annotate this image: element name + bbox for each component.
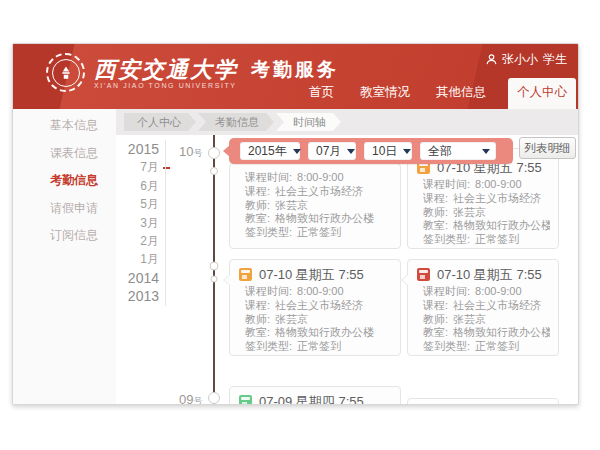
card-fields: 课程时间:8:00-9:00课程:社会主义市场经济教师:张芸京教室:格物致知行政… <box>230 164 400 244</box>
field-label: 教师: <box>423 313 448 325</box>
card-field-row: 课程时间:8:00-9:00 <box>423 178 550 192</box>
timeline-node <box>211 276 218 283</box>
field-value: 正常签到 <box>297 226 341 238</box>
field-value: 社会主义市场经济 <box>275 185 363 197</box>
nav-tab[interactable]: 个人中心 <box>508 78 576 109</box>
field-label: 课程: <box>245 299 270 311</box>
timeline-year[interactable]: 2013 <box>119 287 159 305</box>
attendance-card-partial[interactable] <box>407 398 559 405</box>
attendance-card[interactable]: 课程时间:8:00-9:00课程:社会主义市场经济教师:张芸京教室:格物致知行政… <box>229 163 401 249</box>
chevron-down-icon <box>403 149 411 154</box>
card-field-row: 教师:张芸京 <box>245 313 392 327</box>
breadcrumb-item[interactable]: 考勤信息 <box>198 113 274 131</box>
attendance-card[interactable]: 07-09 星期四 7:55 <box>229 386 401 405</box>
field-value: 正常签到 <box>475 340 519 352</box>
card-fields: 课程时间:8:00-9:00课程:社会主义市场经济教师:张芸京教室:格物致知行政… <box>230 283 400 358</box>
timeline-month[interactable]: 5月 <box>119 195 159 213</box>
sidebar-item[interactable]: 课表信息 <box>13 140 116 168</box>
calendar-icon <box>239 268 252 281</box>
day-marker: 10号 <box>179 142 202 160</box>
field-label: 课程时间: <box>423 285 470 297</box>
day-marker: 09号 <box>179 390 202 405</box>
pagoda-icon <box>58 65 74 81</box>
timeline-year[interactable]: 2014 <box>119 269 159 287</box>
sidebar-item[interactable]: 考勤信息 <box>13 167 116 195</box>
calendar-icon <box>239 395 252 405</box>
field-value: 格物致知行政办公楼 <box>453 219 550 231</box>
field-value: 社会主义市场经济 <box>453 299 541 311</box>
calendar-icon <box>417 268 430 281</box>
field-label: 课程时间: <box>245 171 292 183</box>
nav-tab[interactable]: 其他信息 <box>423 84 499 109</box>
timeline-node <box>210 262 219 271</box>
field-label: 签到类型: <box>245 340 292 352</box>
month-filter-dropdown[interactable]: 07月 <box>308 142 356 160</box>
card-field-row: 课程时间:8:00-9:00 <box>245 285 392 299</box>
date-nav-divider <box>165 140 166 306</box>
app-header: 西安交通大学 XI'AN JIAO TONG UNIVERSITY 考勤服务 张… <box>13 44 578 109</box>
sidebar-item[interactable]: 基本信息 <box>13 112 116 140</box>
breadcrumb-item[interactable]: 时间轴 <box>276 113 341 131</box>
sidebar-item[interactable]: 订阅信息 <box>13 222 116 250</box>
field-value: 8:00-9:00 <box>297 171 343 183</box>
card-field-row: 教师:张芸京 <box>423 206 550 220</box>
timeline-node <box>208 147 220 159</box>
field-value: 张芸京 <box>275 313 308 325</box>
card-field-row: 签到类型:正常签到 <box>245 340 392 354</box>
sidebar-item[interactable]: 请假申请 <box>13 195 116 223</box>
breadcrumb-item[interactable]: 个人中心 <box>124 113 196 131</box>
field-value: 格物致知行政办公楼 <box>275 212 374 224</box>
list-detail-button[interactable]: 列表明细 <box>519 137 576 159</box>
card-fields: 课程时间:8:00-9:00课程:社会主义市场经济教师:张芸京教室:格物致知行政… <box>408 176 558 251</box>
date-nav: 20157月6月5月3月2月1月20142013 <box>119 140 159 306</box>
year-filter-dropdown[interactable]: 2015年 <box>240 142 300 160</box>
field-value: 正常签到 <box>475 233 519 245</box>
nav-tab[interactable]: 首页 <box>296 84 347 109</box>
timeline-year[interactable]: 2015 <box>119 140 159 158</box>
field-value: 社会主义市场经济 <box>275 299 363 311</box>
field-label: 课程: <box>423 299 448 311</box>
card-field-row: 教师:张芸京 <box>245 199 392 213</box>
attendance-card[interactable]: 07-10 星期五 7:55 课程时间:8:00-9:00课程:社会主义市场经济… <box>407 259 559 356</box>
timeline-month[interactable]: 2月 <box>119 232 159 250</box>
type-filter-dropdown[interactable]: 全部 <box>420 142 496 160</box>
attendance-card[interactable]: 07-10 星期五 7:55 课程时间:8:00-9:00课程:社会主义市场经济… <box>229 259 401 356</box>
card-field-row: 签到类型:正常签到 <box>423 340 550 354</box>
university-name-cn: 西安交通大学 <box>94 57 238 81</box>
card-field-row: 课程:社会主义市场经济 <box>423 299 550 313</box>
timeline-month[interactable]: 7月 <box>119 158 159 176</box>
university-logo-icon <box>46 53 85 92</box>
timeline-month[interactable]: 1月 <box>119 250 159 268</box>
field-label: 教师: <box>245 313 270 325</box>
card-field-row: 课程时间:8:00-9:00 <box>423 285 550 299</box>
nav-tab[interactable]: 教室情况 <box>347 84 423 109</box>
timeline-node <box>208 392 220 404</box>
field-label: 签到类型: <box>245 226 292 238</box>
field-value: 8:00-9:00 <box>475 178 521 190</box>
breadcrumb: 个人中心考勤信息时间轴 <box>116 109 578 135</box>
field-value: 张芸京 <box>453 313 486 325</box>
field-label: 教室: <box>423 219 448 231</box>
chevron-down-icon <box>293 149 301 154</box>
field-label: 课程时间: <box>423 178 470 190</box>
user-name: 张小小 <box>502 51 538 68</box>
card-fields: 课程时间:8:00-9:00课程:社会主义市场经济教师:张芸京教室:格物致知行政… <box>408 283 558 358</box>
field-label: 课程: <box>245 185 270 197</box>
timeline-month[interactable]: 6月 <box>119 177 159 195</box>
sidebar: 基本信息课表信息考勤信息请假申请订阅信息 <box>13 109 116 404</box>
card-field-row: 签到类型:正常签到 <box>245 226 392 240</box>
card-field-row: 教室:格物致知行政办公楼 <box>245 326 392 340</box>
day-filter-dropdown[interactable]: 10日 <box>364 142 412 160</box>
card-field-row: 课程:社会主义市场经济 <box>245 299 392 313</box>
field-label: 课程: <box>423 192 448 204</box>
timeline-month[interactable]: 3月 <box>119 214 159 232</box>
field-value: 8:00-9:00 <box>297 285 343 297</box>
card-header: 07-10 星期五 7:55 <box>408 260 558 283</box>
user-info[interactable]: 张小小 学生 <box>486 51 567 68</box>
university-name-block: 西安交通大学 XI'AN JIAO TONG UNIVERSITY <box>94 57 238 89</box>
chevron-down-icon <box>482 149 490 154</box>
field-label: 教室: <box>245 212 270 224</box>
field-value: 格物致知行政办公楼 <box>275 326 374 338</box>
timeline-node <box>210 167 218 175</box>
field-value: 张芸京 <box>275 199 308 211</box>
